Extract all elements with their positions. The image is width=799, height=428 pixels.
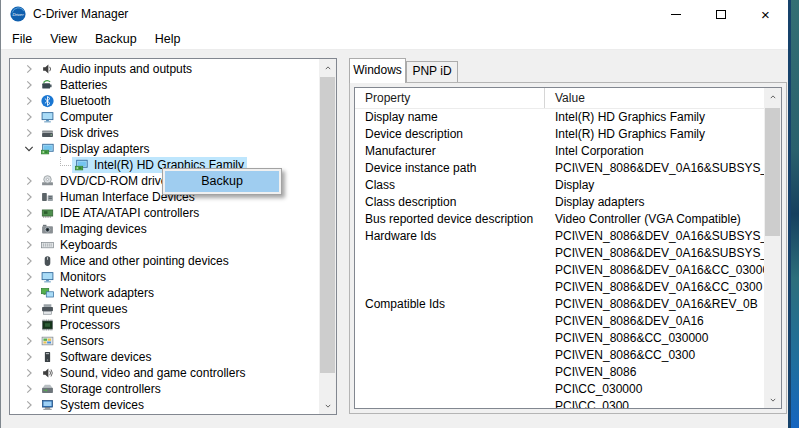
chevron-right-icon[interactable] [22,125,38,141]
tree-item-content: Processors [38,317,123,333]
chevron-right-icon[interactable] [22,61,38,77]
chevron-right-icon[interactable] [22,77,38,93]
menu-item-file[interactable]: File [3,28,41,49]
scroll-up-icon[interactable] [319,59,336,76]
tree-item-mice-and-other-pointing-devices[interactable]: Mice and other pointing devices [10,253,319,269]
tree-item-ide-ata-atapi-controllers[interactable]: IDE ATA/ATAPI controllers [10,205,319,221]
tree-item-network-adapters[interactable]: Network adapters [10,285,319,301]
value-cell: PCI\VEN_8086&CC_030000 [545,330,764,347]
table-row[interactable]: Compatible IdsPCI\VEN_8086&DEV_0A16&REV_… [355,296,764,313]
tree-item-display-adapters[interactable]: Display adapters [10,141,319,157]
app-logo-icon: Driver [10,6,26,22]
chevron-right-icon[interactable] [22,381,38,397]
tab-pnp-id[interactable]: PNP iD [406,61,458,82]
chevron-down-icon[interactable] [22,141,38,157]
context-menu-item-backup[interactable]: Backup [165,171,279,192]
chevron-right-icon[interactable] [22,109,38,125]
tree-item-monitors[interactable]: Monitors [10,269,319,285]
table-row[interactable]: PCI\VEN_8086&DEV_0A16&CC_0300 [355,279,764,296]
storage-icon [40,382,56,397]
tree-item-label: IDE ATA/ATAPI controllers [60,206,199,220]
chevron-right-icon[interactable] [22,237,38,253]
tree-item-content: Mice and other pointing devices [38,253,232,269]
properties-listview: Property Value Display nameIntel(R) HD G… [354,87,782,409]
tree-item-label: Software devices [60,350,151,364]
chevron-right-icon[interactable] [22,333,38,349]
tree-item-computer[interactable]: Computer [10,109,319,125]
tree-item-processors[interactable]: Processors [10,317,319,333]
table-row[interactable]: Class descriptionDisplay adapters [355,194,764,211]
tree-item-content: Display adapters [38,141,152,157]
menu-item-backup[interactable]: Backup [86,28,146,49]
table-row[interactable]: Device instance pathPCI\VEN_8086&DEV_0A1… [355,160,764,177]
tree-item-label: Audio inputs and outputs [60,62,192,76]
property-cell [355,330,545,347]
property-cell [355,364,545,381]
value-cell: PCI\VEN_8086&DEV_0A16&SUBSYS_221... [545,160,764,177]
scroll-up-icon[interactable] [764,88,781,105]
tree-item-storage-controllers[interactable]: Storage controllers [10,381,319,397]
chevron-right-icon[interactable] [22,285,38,301]
tree-item-sensors[interactable]: Sensors [10,333,319,349]
table-row[interactable]: ClassDisplay [355,177,764,194]
property-cell: Class description [355,194,545,211]
table-row[interactable]: PCI\VEN_8086&CC_0300 [355,347,764,364]
chevron-right-icon[interactable] [22,301,38,317]
maximize-icon [716,10,726,19]
tree-item-content: Keyboards [38,237,120,253]
chevron-right-icon[interactable] [22,365,38,381]
property-cell: Display name [355,109,545,126]
tree-item-software-devices[interactable]: Software devices [10,349,319,365]
table-row[interactable]: ManufacturerIntel Corporation [355,143,764,160]
column-header-value[interactable]: Value [545,88,764,108]
chevron-right-icon[interactable] [22,317,38,333]
tree-item-audio-inputs-and-outputs[interactable]: Audio inputs and outputs [10,61,319,77]
tree-item-sound-video-and-game-controllers[interactable]: Sound, video and game controllers [10,365,319,381]
context-menu: Backup [162,168,282,195]
chevron-right-icon[interactable] [22,205,38,221]
table-header: Property Value [355,88,764,109]
tree-scrollbar-thumb[interactable] [320,77,335,373]
tree-item-batteries[interactable]: Batteries [10,77,319,93]
maximize-button[interactable] [698,0,743,28]
tree-item-bluetooth[interactable]: Bluetooth [10,93,319,109]
tree-item-label: Print queues [60,302,127,316]
menu-item-view[interactable]: View [41,28,86,49]
minimize-button[interactable] [653,0,698,28]
chevron-right-icon[interactable] [22,253,38,269]
tree-item-imaging-devices[interactable]: Imaging devices [10,221,319,237]
chevron-right-icon[interactable] [22,221,38,237]
tab-page-windows: Property Value Display nameIntel(R) HD G… [349,82,787,414]
property-cell: Manufacturer [355,143,545,160]
column-header-property[interactable]: Property [355,88,545,108]
listview-scrollbar-thumb[interactable] [765,108,780,236]
tree-item-disk-drives[interactable]: Disk drives [10,125,319,141]
table-row[interactable]: Hardware IdsPCI\VEN_8086&DEV_0A16&SUBSYS… [355,228,764,245]
table-row[interactable]: PCI\VEN_8086&DEV_0A16 [355,313,764,330]
table-row[interactable]: PCI\VEN_8086&CC_030000 [355,330,764,347]
table-row[interactable]: PCI\CC_0300 [355,398,764,409]
scroll-down-icon[interactable] [319,397,336,414]
table-row[interactable]: Display nameIntel(R) HD Graphics Family [355,109,764,126]
table-row[interactable]: PCI\VEN_8086 [355,364,764,381]
table-row[interactable]: PCI\CC_030000 [355,381,764,398]
monitor-icon [40,270,56,285]
table-row[interactable]: PCI\VEN_8086&DEV_0A16&SUBSYS_221... [355,245,764,262]
scroll-down-icon[interactable] [764,391,781,408]
tree-item-print-queues[interactable]: Print queues [10,301,319,317]
chevron-right-icon[interactable] [22,397,38,413]
chevron-right-icon[interactable] [22,173,38,189]
tab-windows[interactable]: Windows [349,58,406,83]
table-row[interactable]: PCI\VEN_8086&DEV_0A16&CC_030000 [355,262,764,279]
tree-item-system-devices[interactable]: System devices [10,397,319,413]
chevron-right-icon[interactable] [22,93,38,109]
close-button[interactable]: × [743,0,788,28]
sensor-icon [40,334,56,349]
chevron-right-icon[interactable] [22,269,38,285]
table-row[interactable]: Bus reported device descriptionVideo Con… [355,211,764,228]
table-row[interactable]: Device descriptionIntel(R) HD Graphics F… [355,126,764,143]
menu-item-help[interactable]: Help [146,28,190,49]
chevron-right-icon[interactable] [22,189,38,205]
chevron-right-icon[interactable] [22,349,38,365]
tree-item-keyboards[interactable]: Keyboards [10,237,319,253]
